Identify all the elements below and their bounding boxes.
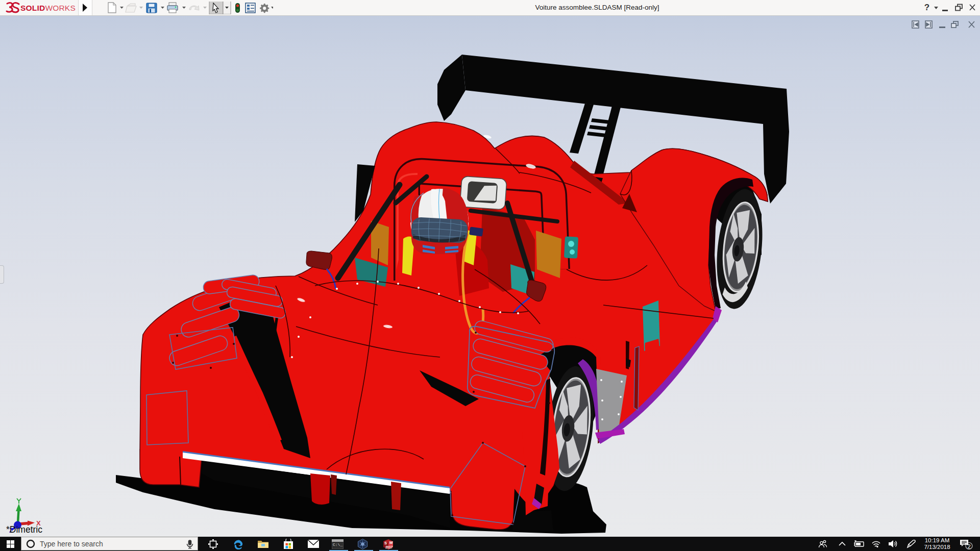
svg-text:2017: 2017: [385, 545, 393, 549]
svg-text:SOLIDWORKS: SOLIDWORKS: [20, 4, 76, 12]
svg-text:2: 2: [968, 543, 971, 549]
svg-text:S: S: [384, 541, 387, 545]
svg-text:W: W: [389, 540, 394, 545]
svg-text:C:\_: C:\_: [333, 542, 342, 547]
